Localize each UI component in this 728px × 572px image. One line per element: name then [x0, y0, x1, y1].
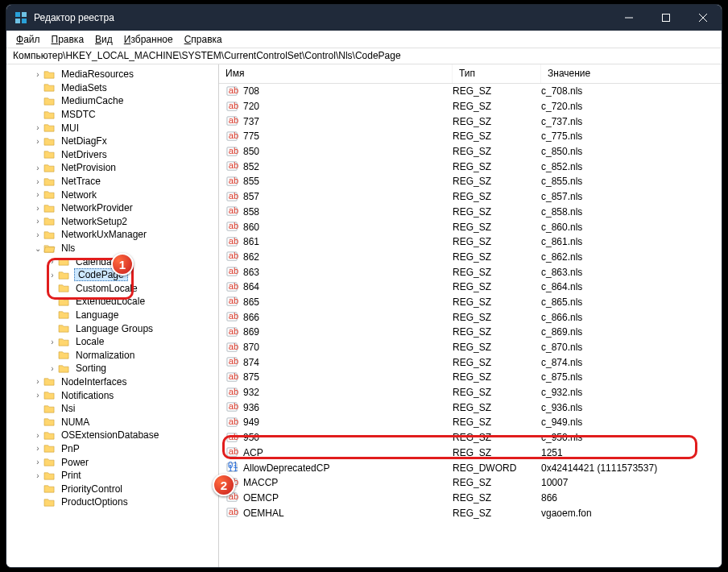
- folder-icon: [58, 283, 71, 294]
- list-row[interactable]: 852REG_SZc_852.nls: [219, 159, 722, 174]
- tree-item-power[interactable]: ›Power: [6, 455, 218, 469]
- tree-item-nodeinterfaces[interactable]: ›NodeInterfaces: [6, 375, 218, 389]
- tree-item-print[interactable]: ›Print: [6, 469, 218, 483]
- tree-item-label: NetworkSetup2: [60, 216, 129, 227]
- tree-item-network[interactable]: ›Network: [6, 188, 218, 201]
- tree-item-nettrace[interactable]: ›NetTrace: [6, 175, 218, 189]
- tree-item-mediaresources[interactable]: ›MediaResources: [6, 68, 218, 81]
- list-row[interactable]: 857REG_SZc_857.nls: [219, 189, 722, 205]
- twisty-icon[interactable]: ›: [47, 271, 58, 280]
- tree-item-prioritycontrol[interactable]: PriorityControl: [6, 482, 218, 495]
- list-row[interactable]: 869REG_SZc_869.nls: [219, 325, 722, 340]
- titlebar[interactable]: Редактор реестра: [6, 5, 722, 31]
- list-pane[interactable]: Имя Тип Значение 708REG_SZc_708.nls720RE…: [219, 64, 722, 567]
- tree-item-notifications[interactable]: ›Notifications: [6, 388, 218, 402]
- list-row[interactable]: 860REG_SZc_860.nls: [219, 219, 722, 234]
- twisty-icon[interactable]: ›: [32, 444, 43, 453]
- menu-edit[interactable]: Правка: [47, 32, 89, 47]
- list-row[interactable]: 863REG_SZc_863.nls: [219, 264, 722, 280]
- list-row[interactable]: 865REG_SZc_865.nls: [219, 295, 722, 310]
- list-row[interactable]: 858REG_SZc_858.nls: [219, 205, 722, 220]
- twisty-icon[interactable]: ›: [32, 177, 43, 186]
- tree-item-msdtc[interactable]: MSDTC: [6, 108, 218, 122]
- menu-help[interactable]: Справка: [180, 32, 227, 47]
- tree-pane[interactable]: 1 ›MediaResourcesMediaSetsMediumCacheMSD…: [6, 64, 219, 567]
- maximize-button[interactable]: [647, 5, 685, 31]
- tree-item-language[interactable]: Language: [6, 309, 218, 322]
- twisty-icon[interactable]: ⌄: [32, 244, 43, 253]
- address-bar[interactable]: Компьютер\HKEY_LOCAL_MACHINE\SYSTEM\Curr…: [6, 48, 722, 64]
- list-row[interactable]: 720REG_SZc_720.nls: [219, 99, 722, 114]
- twisty-icon[interactable]: ›: [32, 391, 43, 400]
- twisty-icon[interactable]: ›: [32, 204, 43, 213]
- list-row[interactable]: 708REG_SZc_708.nls: [219, 84, 722, 99]
- twisty-icon[interactable]: ›: [32, 123, 43, 132]
- tree-item-pnp[interactable]: ›PnP: [6, 442, 218, 456]
- list-row[interactable]: 936REG_SZc_936.nls: [219, 400, 722, 415]
- list-row[interactable]: MACCPREG_SZ10007: [219, 475, 722, 491]
- tree-item-mediumcache[interactable]: MediumCache: [6, 94, 218, 108]
- twisty-icon[interactable]: ›: [47, 338, 58, 346]
- reg-sz-icon: [224, 101, 240, 113]
- tree-item-networkprovider[interactable]: ›NetworkProvider: [6, 201, 218, 215]
- tree-item-extendedlocale[interactable]: ExtendedLocale: [6, 295, 218, 309]
- list-row[interactable]: 870REG_SZc_870.nls: [219, 340, 722, 355]
- tree-item-osextensiondatabase[interactable]: ›OSExtensionDatabase: [6, 429, 218, 442]
- tree-item-numa[interactable]: NUMA: [6, 415, 218, 429]
- twisty-icon[interactable]: ›: [32, 471, 43, 480]
- tree-item-customlocale[interactable]: CustomLocale: [6, 282, 218, 296]
- tree-item-networkuxmanager[interactable]: ›NetworkUxManager: [6, 228, 218, 242]
- list-row[interactable]: 874REG_SZc_874.nls: [219, 354, 722, 370]
- tree-item-normalization[interactable]: Normalization: [6, 348, 218, 362]
- list-row[interactable]: 862REG_SZc_862.nls: [219, 250, 722, 265]
- twisty-icon[interactable]: ›: [32, 217, 43, 226]
- twisty-icon[interactable]: ›: [32, 458, 43, 466]
- tree-item-netdrivers[interactable]: NetDrivers: [6, 148, 218, 162]
- col-header-type[interactable]: Тип: [453, 64, 541, 83]
- list-row[interactable]: 855REG_SZc_855.nls: [219, 174, 722, 189]
- list-row[interactable]: 861REG_SZc_861.nls: [219, 234, 722, 250]
- twisty-icon[interactable]: ›: [47, 257, 58, 266]
- menu-file[interactable]: Файл: [11, 32, 45, 47]
- twisty-icon[interactable]: ›: [32, 230, 43, 239]
- list-row[interactable]: 950REG_SZc_950.nls: [219, 430, 722, 446]
- tree-item-networksetup2[interactable]: ›NetworkSetup2: [6, 215, 218, 229]
- list-row[interactable]: 850REG_SZc_850.nls: [219, 144, 722, 160]
- list-header[interactable]: Имя Тип Значение: [219, 64, 722, 84]
- list-row[interactable]: ACPREG_SZ1251: [219, 446, 722, 461]
- list-row[interactable]: 949REG_SZc_949.nls: [219, 415, 722, 430]
- tree-item-netdiagfx[interactable]: ›NetDiagFx: [6, 135, 218, 148]
- list-row[interactable]: 866REG_SZc_866.nls: [219, 309, 722, 325]
- tree-item-nsi[interactable]: Nsi: [6, 402, 218, 416]
- twisty-icon[interactable]: ›: [32, 70, 43, 79]
- col-header-name[interactable]: Имя: [219, 64, 453, 83]
- list-row[interactable]: AllowDeprecatedCPREG_DWORD0x42414421 (11…: [219, 460, 722, 475]
- twisty-icon[interactable]: ›: [32, 137, 43, 146]
- tree-item-language-groups[interactable]: Language Groups: [6, 321, 218, 335]
- menu-favorites[interactable]: Избранное: [119, 32, 178, 47]
- tree-item-nls[interactable]: ⌄Nls: [6, 242, 218, 255]
- tree-item-mui[interactable]: ›MUI: [6, 121, 218, 135]
- twisty-icon[interactable]: ›: [32, 164, 43, 172]
- tree-item-netprovision[interactable]: ›NetProvision: [6, 161, 218, 175]
- list-row[interactable]: OEMCPREG_SZ866: [219, 491, 722, 506]
- list-row[interactable]: 864REG_SZc_864.nls: [219, 280, 722, 295]
- tree-item-mediasets[interactable]: MediaSets: [6, 81, 218, 95]
- twisty-icon[interactable]: ›: [32, 431, 43, 440]
- col-header-value[interactable]: Значение: [541, 64, 722, 83]
- list-row[interactable]: OEMHALREG_SZvgaoem.fon: [219, 505, 722, 520]
- list-row[interactable]: 875REG_SZc_875.nls: [219, 370, 722, 385]
- minimize-button[interactable]: [610, 5, 647, 31]
- close-button[interactable]: [685, 5, 722, 31]
- menu-view[interactable]: Вид: [90, 32, 118, 47]
- twisty-icon[interactable]: ›: [32, 377, 43, 386]
- tree-item-locale[interactable]: ›Locale: [6, 335, 218, 349]
- list-row[interactable]: 775REG_SZc_775.nls: [219, 129, 722, 144]
- tree-item-sorting[interactable]: ›Sorting: [6, 362, 218, 375]
- list-row[interactable]: 737REG_SZc_737.nls: [219, 114, 722, 129]
- list-row[interactable]: 932REG_SZc_932.nls: [219, 385, 722, 400]
- tree-item-productoptions[interactable]: ProductOptions: [6, 495, 218, 509]
- folder-icon: [58, 363, 71, 374]
- twisty-icon[interactable]: ›: [47, 364, 58, 373]
- twisty-icon[interactable]: ›: [32, 190, 43, 199]
